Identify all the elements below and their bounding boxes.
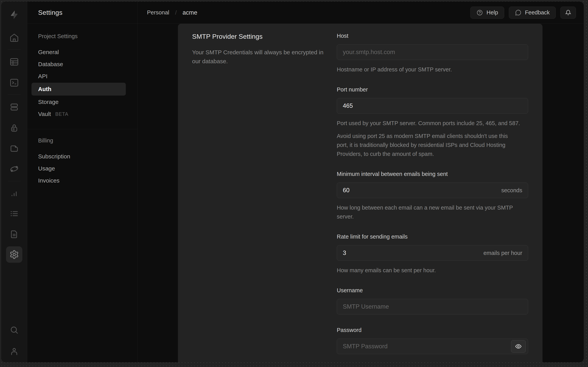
nav-section-heading-billing: Billing [27,137,137,144]
content-area: SMTP Provider Settings Your SMTP Credent… [138,24,584,362]
toggle-password-visibility-button[interactable] [511,340,526,353]
sql-editor-icon[interactable] [6,75,22,91]
docs-icon[interactable] [6,226,22,242]
rail-divider [8,49,21,50]
settings-sidebar-header: Settings [27,1,137,24]
storage-icon[interactable] [6,140,22,157]
host-helper: Hostname or IP address of your SMTP serv… [337,65,520,74]
sidebar-item-auth[interactable]: Auth [32,83,126,96]
min-interval-unit: seconds [501,183,522,198]
settings-sidebar: Settings Project Settings General Databa… [27,1,138,362]
section-title: SMTP Provider Settings [192,32,337,41]
port-helper: Port used by your SMTP server. Common po… [337,119,520,128]
sidebar-item-general[interactable]: General [27,46,137,58]
breadcrumb: Personal / acme [147,9,197,16]
field-min-interval: Minimum interval between emails being se… [337,170,528,221]
bell-icon [565,9,572,16]
host-label: Host [337,32,528,39]
field-rate-limit: Rate limit for sending emails emails per… [337,233,528,275]
breadcrumb-project[interactable]: acme [183,9,197,16]
port-input[interactable] [337,98,528,114]
sidebar-item-api[interactable]: API [27,70,137,82]
min-interval-helper: How long between each email can a new em… [337,203,520,221]
field-username: Username [337,287,528,315]
user-icon[interactable] [6,343,22,360]
rate-limit-unit: emails per hour [483,245,522,261]
settings-gear-icon[interactable] [6,246,22,263]
username-label: Username [337,287,528,294]
beta-badge: BETA [55,111,68,117]
app-window: Settings Project Settings General Databa… [1,1,584,362]
sidebar-item-database[interactable]: Database [27,58,137,70]
supabase-logo-icon[interactable] [1,8,27,21]
top-bar: Personal / acme Help Feedback [138,1,584,24]
page-title: Settings [38,9,62,16]
breadcrumb-separator: / [175,9,177,16]
sidebar-item-invoices[interactable]: Invoices [27,175,137,187]
eye-icon [515,343,522,350]
table-editor-icon[interactable] [6,54,22,70]
auth-lock-icon[interactable] [6,120,22,136]
host-input[interactable] [337,44,528,60]
sidebar-item-subscription[interactable]: Subscription [27,150,137,162]
edge-functions-icon[interactable] [6,161,22,177]
field-host: Host Hostname or IP address of your SMTP… [337,32,528,74]
port-label: Port number [337,86,528,93]
home-icon[interactable] [6,30,22,46]
database-icon[interactable] [6,99,22,115]
sidebar-item-vault[interactable]: Vault BETA [27,108,137,120]
section-description: Your SMTP Credentials will always be enc… [192,48,326,66]
sidebar-item-usage[interactable]: Usage [27,162,137,175]
feedback-button[interactable]: Feedback [509,7,556,19]
port-note: Avoid using port 25 as modern SMTP email… [337,132,520,158]
reports-icon[interactable] [6,185,22,202]
breadcrumb-org[interactable]: Personal [147,9,169,16]
sidebar-item-storage[interactable]: Storage [27,96,137,108]
field-port: Port number Port used by your SMTP serve… [337,86,528,158]
username-input[interactable] [337,299,528,315]
min-interval-input[interactable] [337,183,528,198]
main-area: Personal / acme Help Feedback [138,1,584,362]
logs-icon[interactable] [6,206,22,222]
icon-rail [1,1,27,362]
rate-limit-helper: How many emails can be sent per hour. [337,266,520,275]
help-button[interactable]: Help [470,7,504,19]
field-password: Password [337,326,528,354]
min-interval-label: Minimum interval between emails being se… [337,170,528,177]
feedback-bubble-icon [515,9,522,16]
search-icon[interactable] [6,322,22,338]
password-label: Password [337,326,528,334]
rate-limit-label: Rate limit for sending emails [337,233,528,240]
notifications-button[interactable] [560,7,576,19]
help-circle-icon [476,9,483,16]
smtp-settings-panel: SMTP Provider Settings Your SMTP Credent… [178,24,542,362]
password-input[interactable] [337,339,528,354]
nav-section-heading-project-settings: Project Settings [27,33,137,40]
